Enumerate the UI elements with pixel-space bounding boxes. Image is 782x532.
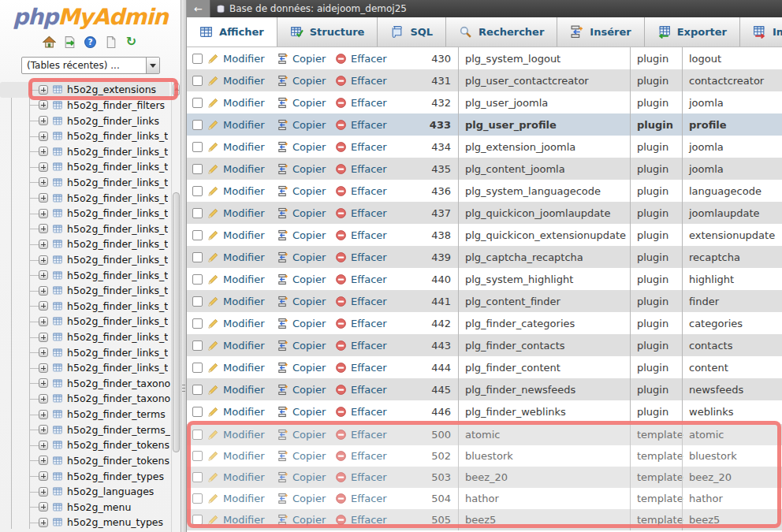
row-checkbox[interactable]	[192, 515, 203, 525]
row-checkbox[interactable]	[192, 296, 203, 307]
delete-link[interactable]: Effacer	[335, 362, 387, 374]
row-checkbox[interactable]	[192, 318, 203, 329]
row-checkbox[interactable]	[192, 363, 203, 373]
expand-plus-icon[interactable]	[39, 333, 48, 342]
delete-link[interactable]: Effacer	[335, 97, 387, 109]
sidebar-item-h5o2g_finder_links_t[interactable]: h5o2g_finder_links_t	[0, 283, 171, 299]
edit-link[interactable]: Modifier	[207, 53, 265, 65]
row-checkbox[interactable]	[192, 142, 203, 152]
scrollbar-thumb[interactable]	[173, 192, 180, 452]
sidebar-item-h5o2g_finder_filters[interactable]: h5o2g_finder_filters	[0, 98, 171, 113]
sidebar-item-h5o2g_languages[interactable]: h5o2g_languages	[0, 484, 171, 500]
row-checkbox[interactable]	[192, 340, 203, 351]
edit-link[interactable]: Modifier	[207, 273, 265, 285]
expand-plus-icon[interactable]	[39, 301, 48, 311]
delete-link[interactable]: Effacer	[335, 514, 387, 526]
row-checkbox[interactable]	[192, 493, 203, 504]
tab-insérer[interactable]: Insérer	[557, 17, 644, 47]
delete-link[interactable]: Effacer	[335, 163, 387, 175]
copy-link[interactable]: Copier	[277, 207, 326, 219]
expand-plus-icon[interactable]	[39, 270, 48, 280]
copy-link[interactable]: Copier	[277, 296, 326, 307]
expand-plus-icon[interactable]	[39, 240, 48, 249]
delete-link[interactable]: Effacer	[335, 185, 387, 197]
expand-plus-icon[interactable]	[39, 441, 48, 450]
expand-plus-icon[interactable]	[39, 85, 48, 95]
sidebar-item-h5o2g_finder_links_t[interactable]: h5o2g_finder_links_t	[0, 329, 171, 345]
edit-link[interactable]: Modifier	[207, 450, 265, 462]
delete-link[interactable]: Effacer	[335, 406, 387, 418]
delete-link[interactable]: Effacer	[335, 273, 387, 285]
sidebar-item-h5o2g_finder_links_t[interactable]: h5o2g_finder_links_t	[0, 128, 171, 144]
sidebar-item-h5o2g_menu_types[interactable]: h5o2g_menu_types	[0, 515, 171, 530]
row-checkbox[interactable]	[192, 98, 203, 108]
row-checkbox[interactable]	[192, 120, 203, 130]
expand-plus-icon[interactable]	[39, 177, 48, 187]
sidebar-item-h5o2g_finder_taxono[interactable]: h5o2g_finder_taxono	[0, 391, 171, 407]
edit-link[interactable]: Modifier	[207, 75, 265, 87]
delete-link[interactable]: Effacer	[335, 296, 387, 307]
sidebar-item-h5o2g_finder_links_t[interactable]: h5o2g_finder_links_t	[0, 267, 171, 283]
panel-resize-divider[interactable]	[181, 0, 187, 532]
scroll-up-button[interactable]	[173, 83, 180, 95]
expand-plus-icon[interactable]	[39, 425, 48, 434]
delete-link[interactable]: Effacer	[335, 229, 387, 241]
copy-link[interactable]: Copier	[277, 471, 326, 483]
sidebar-item-h5o2g_finder_links_t[interactable]: h5o2g_finder_links_t	[0, 221, 171, 236]
expand-plus-icon[interactable]	[39, 255, 48, 265]
sidebar-item-h5o2g_finder_links_t[interactable]: h5o2g_finder_links_t	[0, 299, 171, 314]
refresh-icon[interactable]: ↻	[125, 35, 138, 49]
edit-link[interactable]: Modifier	[207, 97, 265, 109]
delete-link[interactable]: Effacer	[335, 384, 387, 396]
sidebar-item-h5o2g_finder_links_t[interactable]: h5o2g_finder_links_t	[0, 159, 171, 175]
row-checkbox[interactable]	[192, 230, 203, 240]
edit-link[interactable]: Modifier	[207, 471, 265, 483]
expand-plus-icon[interactable]	[39, 394, 48, 404]
home-icon[interactable]	[43, 35, 56, 49]
sidebar-item-h5o2g_finder_links_t[interactable]: h5o2g_finder_links_t	[0, 175, 171, 191]
row-checkbox[interactable]	[192, 407, 203, 417]
edit-link[interactable]: Modifier	[207, 362, 265, 374]
copy-link[interactable]: Copier	[277, 119, 326, 131]
sidebar-item-h5o2g_finder_taxono[interactable]: h5o2g_finder_taxono	[0, 376, 171, 392]
expand-plus-icon[interactable]	[39, 410, 48, 419]
sidebar-item-h5o2g_extensions[interactable]: h5o2g_extensions	[0, 82, 169, 98]
expand-plus-icon[interactable]	[39, 193, 48, 203]
sidebar-item-h5o2g_finder_links_t[interactable]: h5o2g_finder_links_t	[0, 252, 171, 268]
help-icon[interactable]: ?	[84, 35, 97, 49]
expand-plus-icon[interactable]	[39, 116, 48, 125]
sidebar-scrollbar[interactable]	[171, 82, 181, 532]
edit-link[interactable]: Modifier	[207, 406, 265, 418]
sidebar-item-h5o2g_finder_links_t[interactable]: h5o2g_finder_links_t	[0, 236, 171, 252]
copy-link[interactable]: Copier	[277, 163, 326, 175]
sidebar-item-h5o2g_finder_tokens[interactable]: h5o2g_finder_tokens	[0, 453, 171, 469]
copy-link[interactable]: Copier	[277, 229, 326, 241]
delete-link[interactable]: Effacer	[335, 340, 387, 352]
sidebar-item-h5o2g_finder_links_t[interactable]: h5o2g_finder_links_t	[0, 360, 171, 376]
expand-plus-icon[interactable]	[39, 518, 48, 527]
tab-importer[interactable]: Importer	[740, 17, 782, 47]
edit-link[interactable]: Modifier	[207, 296, 265, 307]
copy-link[interactable]: Copier	[277, 97, 326, 109]
sidebar-item-h5o2g_finder_tokens[interactable]: h5o2g_finder_tokens	[0, 437, 171, 453]
copy-link[interactable]: Copier	[277, 251, 326, 263]
copy-link[interactable]: Copier	[277, 514, 326, 526]
expand-plus-icon[interactable]	[39, 348, 48, 357]
edit-link[interactable]: Modifier	[207, 384, 265, 396]
sidebar-item-h5o2g_finder_links_t[interactable]: h5o2g_finder_links_t	[0, 314, 171, 329]
edit-link[interactable]: Modifier	[207, 493, 265, 504]
recent-tables-dropdown-button[interactable]	[146, 58, 159, 73]
sidebar-item-h5o2g_finder_links_t[interactable]: h5o2g_finder_links_t	[0, 190, 171, 206]
expand-plus-icon[interactable]	[39, 471, 48, 481]
expand-plus-icon[interactable]	[39, 487, 48, 497]
copy-link[interactable]: Copier	[277, 450, 326, 462]
row-checkbox[interactable]	[192, 274, 203, 285]
edit-link[interactable]: Modifier	[207, 340, 265, 352]
edit-link[interactable]: Modifier	[207, 163, 265, 175]
delete-link[interactable]: Effacer	[335, 251, 387, 263]
delete-link[interactable]: Effacer	[335, 429, 387, 441]
sidebar-item-h5o2g_finder_links_t[interactable]: h5o2g_finder_links_t	[0, 344, 171, 360]
expand-plus-icon[interactable]	[39, 147, 48, 156]
exit-icon[interactable]	[63, 35, 76, 49]
expand-plus-icon[interactable]	[39, 456, 48, 465]
